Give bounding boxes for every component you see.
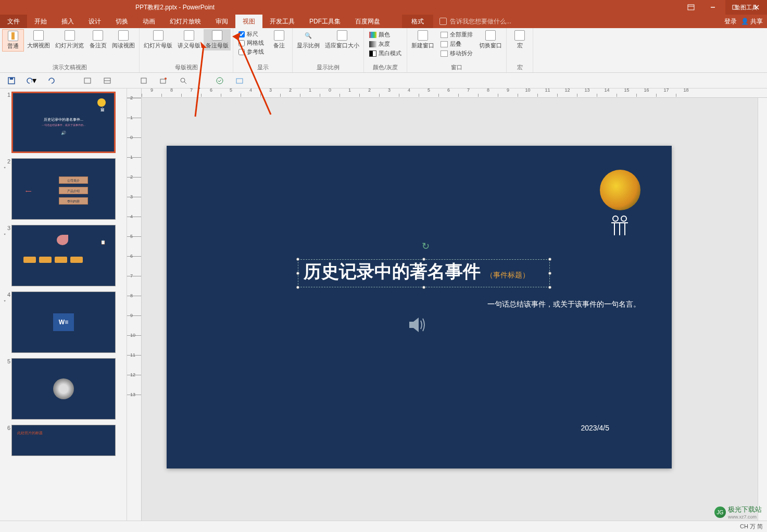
slide-canvas[interactable]: ↻ 历史记录中的著名事件（事件标题） 一句话总结该事件，或关于该事件的一句名言。 — [167, 146, 672, 468]
date-text[interactable]: 2023/4/5 — [581, 424, 610, 432]
group-label-macros: 宏 — [509, 62, 531, 72]
gridlines-checkbox[interactable]: 网格线 — [238, 39, 264, 47]
color-icon — [369, 32, 376, 38]
tab-pdf-tools[interactable]: PDF工具集 — [302, 15, 348, 28]
main-area: 1 🏛 历史记录中的著名事件... 一句话总结该事件，或关于该事件的... 🔊 … — [0, 88, 767, 521]
grayscale-button[interactable]: 灰度 — [368, 40, 403, 48]
bw-icon — [369, 50, 376, 57]
move-split-icon — [441, 50, 448, 57]
maximize-button[interactable] — [724, 0, 745, 15]
reading-view-button[interactable]: 阅读视图 — [110, 29, 137, 50]
qat-icon-3[interactable] — [139, 75, 149, 86]
svg-point-16 — [217, 78, 223, 84]
thumbnail-5[interactable]: 5 — [0, 357, 127, 424]
qat-icon-7[interactable] — [234, 75, 245, 86]
svg-point-19 — [621, 216, 626, 221]
qat-icon-5[interactable] — [178, 75, 188, 86]
fit-window-button[interactable]: 适应窗口大小 — [323, 29, 361, 50]
audio-icon[interactable] — [407, 315, 429, 338]
arrange-all-button[interactable]: 全部重排 — [439, 30, 474, 39]
switch-window-button[interactable]: 切换窗口 — [477, 29, 504, 50]
cascade-icon — [441, 41, 448, 47]
tab-slideshow[interactable]: 幻灯片放映 — [162, 15, 208, 28]
slide-sorter-button[interactable]: 幻灯片浏览 — [53, 29, 86, 50]
thumbnail-1[interactable]: 1 🏛 历史记录中的著名事件... 一句话总结该事件，或关于该事件的... 🔊 — [0, 91, 127, 157]
tab-design[interactable]: 设计 — [81, 15, 108, 28]
tab-view[interactable]: 视图 — [235, 15, 262, 28]
quick-access-toolbar: ▾ — [0, 73, 767, 88]
vertical-scrollbar[interactable] — [758, 98, 767, 521]
svg-line-15 — [184, 82, 186, 84]
notes-master-button[interactable]: 备注母版 — [204, 29, 231, 50]
tab-transitions[interactable]: 切换 — [108, 15, 135, 28]
group-label-presentation-views: 演示文稿视图 — [2, 62, 137, 72]
save-button[interactable] — [6, 75, 17, 86]
tab-developer[interactable]: 开发工具 — [262, 15, 302, 28]
subtitle-text[interactable]: 一句话总结该事件，或关于该事件的一句名言。 — [487, 300, 640, 309]
slide-editor[interactable]: 9876543210123456789101112131415161718 21… — [127, 88, 767, 521]
animation-star-icon: ⋆ — [3, 231, 11, 237]
status-bar: CH 万 简 — [0, 521, 767, 532]
notes-button[interactable]: 备注 — [268, 29, 290, 50]
fit-window-icon — [337, 30, 347, 41]
tell-me-search[interactable]: 告诉我您想要做什么... — [439, 17, 511, 26]
title-text-box[interactable]: 历史记录中的著名事件（事件标题） — [298, 259, 550, 287]
window-title: PPT教程2.pptx - PowerPoint — [130, 3, 595, 12]
macros-button[interactable]: 宏 — [509, 29, 531, 50]
tab-animations[interactable]: 动画 — [135, 15, 162, 28]
svg-rect-11 — [141, 78, 146, 83]
close-button[interactable] — [746, 0, 767, 15]
slide-master-button[interactable]: 幻灯片母版 — [142, 29, 174, 50]
thumbnail-3[interactable]: 3⋆ 📋 — [0, 224, 127, 290]
svg-point-13 — [165, 78, 167, 80]
rotate-handle-icon[interactable]: ↻ — [422, 240, 430, 252]
ime-indicator[interactable]: CH 万 简 — [740, 523, 763, 530]
svg-rect-12 — [160, 79, 166, 83]
qat-icon-4[interactable] — [158, 75, 169, 86]
color-button[interactable]: 颜色 — [368, 30, 403, 39]
thumbnail-2[interactable]: 2⋆ 公司简介 产品介绍 季刊内容 ⟵ — [0, 157, 127, 224]
tab-review[interactable]: 审阅 — [208, 15, 235, 28]
qat-icon-6[interactable] — [215, 75, 225, 86]
tab-home[interactable]: 开始 — [27, 15, 54, 28]
handout-master-button[interactable]: 讲义母版 — [175, 29, 203, 50]
animation-star-icon: ⋆ — [3, 298, 11, 303]
move-split-button[interactable]: 移动拆分 — [439, 49, 474, 58]
share-button[interactable]: 👤 共享 — [741, 17, 763, 26]
new-window-button[interactable]: 新建窗口 — [409, 29, 436, 50]
cascade-button[interactable]: 层叠 — [439, 40, 474, 48]
normal-view-button[interactable]: 普通 — [2, 29, 24, 52]
tab-file[interactable]: 文件 — [0, 15, 27, 28]
group-label-show: 显示 — [235, 62, 290, 72]
decorative-image — [600, 170, 640, 210]
zoom-button[interactable]: 🔍 显示比例 — [295, 29, 322, 50]
notes-page-icon — [93, 30, 103, 41]
bw-button[interactable]: 黑白模式 — [368, 49, 403, 58]
watermark-logo-icon: JG — [714, 506, 726, 518]
macros-icon — [514, 30, 525, 41]
thumbnail-4[interactable]: 4⋆ W≡ — [0, 290, 127, 357]
ruler-checkbox[interactable]: 标尺 — [238, 30, 264, 38]
outline-view-icon — [33, 30, 44, 41]
notes-page-button[interactable]: 备注页 — [87, 29, 109, 50]
login-button[interactable]: 登录 — [724, 17, 737, 26]
tab-insert[interactable]: 插入 — [54, 15, 81, 28]
tab-baidu[interactable]: 百度网盘 — [348, 15, 387, 28]
redo-button[interactable] — [46, 75, 56, 86]
thumbnail-6[interactable]: 6 此处照片的标题 — [0, 424, 127, 460]
guides-checkbox[interactable]: 参考线 — [238, 48, 264, 56]
slide-thumbnail-panel[interactable]: 1 🏛 历史记录中的著名事件... 一句话总结该事件，或关于该事件的... 🔊 … — [0, 88, 127, 521]
undo-button[interactable]: ▾ — [26, 75, 36, 86]
qat-icon-1[interactable] — [82, 75, 93, 86]
outline-view-button[interactable]: 大纲视图 — [25, 29, 52, 50]
ribbon-display-options-icon[interactable] — [681, 0, 701, 15]
watermark: JG 极光下载站 www.xz7.com — [714, 505, 762, 520]
minimize-button[interactable] — [702, 0, 723, 15]
ruler-corner — [127, 88, 142, 98]
tab-format[interactable]: 格式 — [402, 15, 433, 28]
qat-icon-2[interactable] — [102, 75, 112, 86]
arrange-all-icon — [441, 32, 448, 38]
animation-star-icon: ⋆ — [3, 164, 11, 170]
word-icon: W≡ — [53, 313, 74, 331]
portrait-image — [53, 378, 74, 399]
